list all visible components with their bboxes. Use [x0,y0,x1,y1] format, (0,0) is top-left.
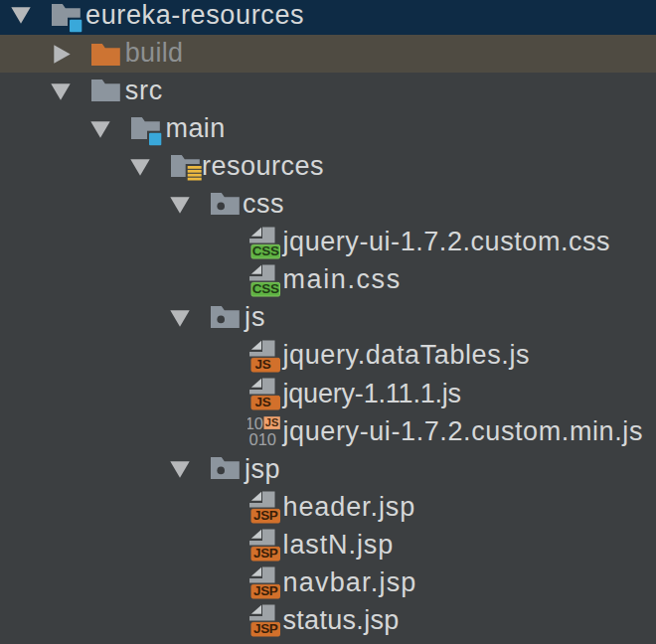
svg-text:CSS: CSS [252,243,279,258]
svg-text:JSP: JSP [253,509,278,524]
svg-text:JS: JS [255,357,271,372]
svg-text:010: 010 [249,430,277,448]
svg-text:JSP: JSP [253,547,278,562]
svg-text:JS: JS [265,416,278,428]
svg-text:CSS: CSS [252,281,279,296]
svg-text:JSP: JSP [253,622,278,637]
svg-text:JS: JS [255,395,271,409]
svg-text:JSP: JSP [253,584,278,599]
